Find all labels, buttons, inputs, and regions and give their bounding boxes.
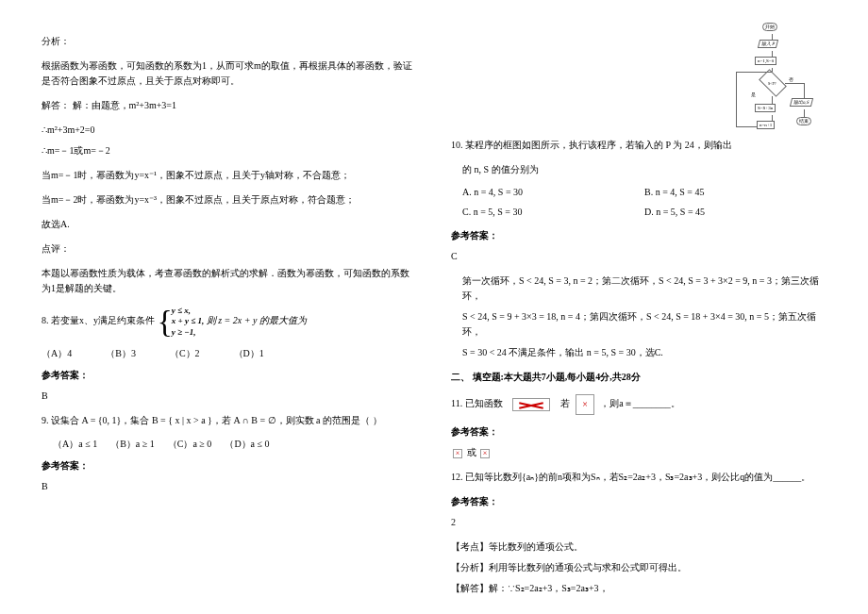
q8-stem: 8. 若变量x、y满足约束条件 { y ≤ x, x + y ≤ 1, y ≥ … (42, 306, 417, 338)
broken-image-icon (512, 398, 550, 411)
fc-start: 开始 (762, 23, 777, 31)
fc-init: n=1,S=0 (755, 57, 776, 65)
constraint-1: y ≤ x, (172, 306, 204, 316)
case-1: 当m=－1时，幂函数为y=x⁻¹，图象不过原点，且关于y轴对称，不合题意； (42, 168, 417, 183)
q10-opt-c: C. n = 5, S = 30 (462, 207, 644, 217)
q9-options: （A）a ≤ 1 （B）a ≥ 1 （C）a ≥ 0 （D）a ≤ 0 (42, 438, 417, 451)
fc-arrow (804, 109, 805, 117)
q12-ref-label: 参考答案： (451, 494, 826, 509)
q10-explain-3: S = 30 < 24 不满足条件，输出 n = 5, S = 30，选C. (451, 345, 826, 360)
q11-answer: × 或 × (451, 445, 826, 460)
q8-text-a: 8. 若变量x、y满足约束条件 (42, 315, 155, 325)
flowchart-diagram: 开始 输入 P n=1,S=0 S<P? 是 否 S=S+3n n=n+1 输出… (723, 23, 826, 145)
q8-opt-d: （D）1 (234, 347, 264, 360)
q9-answer: B (42, 479, 417, 494)
fc-step2: n=n+1 (757, 121, 775, 129)
q11-stem: 11. 已知函数 若 × ，则a＝________。 (451, 394, 826, 415)
q11-text-c: ，则a＝________。 (600, 398, 679, 408)
constraint-3: y ≥ −1, (172, 327, 204, 338)
review-heading: 点评： (42, 241, 417, 257)
q10-opt-b: B. n = 4, S = 45 (644, 187, 826, 197)
q10-options: A. n = 4, S = 30 B. n = 4, S = 45 C. n =… (462, 187, 826, 217)
fc-arrow (804, 83, 805, 98)
q11-text-b: 若 (560, 398, 570, 408)
q11-text-a: 11. 已知函数 (451, 398, 503, 408)
q8-answer: B (42, 389, 417, 404)
case-2: 当m=－2时，幂函数为y=x⁻³，图象不过原点，且关于原点对称，符合题意； (42, 192, 417, 207)
answer-so: 故选A. (42, 217, 417, 232)
q12-stem: 12. 已知等比数列{aₙ}的前n项和为Sₙ，若S₂=2a₂+3，S₃=2a₃+… (451, 470, 826, 485)
section-2-heading: 二、 填空题:本大题共7小题,每小题4分,共28分 (451, 370, 826, 385)
fc-arrow (772, 96, 773, 104)
q9-opt-d: （D）a ≤ 0 (225, 438, 269, 451)
q8-options: （A）4 （B）3 （C）2 （D）1 (42, 347, 417, 360)
q10-ref-label: 参考答案： (451, 228, 826, 243)
review-text: 本题以幂函数性质为载体，考查幂函数的解析式的求解．函数为幂函数，可知函数的系数为… (42, 266, 417, 296)
constraint-2: x + y ≤ 1, (172, 316, 204, 326)
q9-stem: 9. 设集合 A = {0, 1}，集合 B = { x | x > a }，若… (42, 413, 417, 428)
q8-opt-b: （B）3 (106, 347, 136, 360)
fc-yes-label: 是 (751, 92, 756, 97)
q8-opt-a: （A）4 (42, 347, 72, 360)
q10-explain-2: S < 24, S = 9 + 3×3 = 18, n = 4；第四次循环，S … (451, 309, 826, 340)
q9-opt-a: （A）a ≤ 1 (53, 438, 97, 451)
q12-jieda: 【解答】解：∵S₂=2a₂+3，S₃=2a₃+3， (451, 581, 826, 596)
fc-cond: S<P? (759, 69, 787, 97)
q10-answer: C (451, 249, 826, 264)
fc-no-label: 否 (789, 77, 793, 82)
q10-stem-b: 的 n, S 的值分别为 (451, 162, 826, 177)
q10-opt-a: A. n = 4, S = 30 (462, 187, 644, 197)
q8-text-c: 则 z = 2x + y 的最大值为 (207, 315, 307, 325)
fc-input: 输入 P (758, 40, 778, 48)
q12-fenxi: 【分析】利用等比数列的通项公式与求和公式即可得出。 (451, 560, 826, 575)
fc-output: 输出n,S (790, 98, 813, 107)
q8-opt-c: （C）2 (170, 347, 200, 360)
fc-arrow (757, 126, 758, 127)
q11-ref-label: 参考答案： (451, 424, 826, 440)
fc-step1: S=S+3n (755, 104, 776, 112)
q9-opt-b: （B）a ≥ 1 (110, 438, 155, 451)
q12-kaodian: 【考点】等比数列的通项公式。 (451, 539, 826, 555)
equation-1: ∴m²+3m+2=0 (42, 123, 417, 138)
broken-image-icon: × (453, 449, 462, 458)
fc-arrow (736, 72, 737, 126)
q8-ref-label: 参考答案： (42, 368, 417, 383)
right-column: 开始 输入 P n=1,S=0 S<P? 是 否 S=S+3n n=n+1 输出… (434, 0, 868, 614)
q10-explain-1: 第一次循环，S < 24, S = 3, n = 2；第二次循环，S < 24,… (451, 274, 826, 304)
q9-opt-c: （C）a ≥ 0 (168, 438, 212, 451)
broken-image-icon: × (480, 449, 490, 458)
solve-line: 解答： 解：由题意，m²+3m+3=1 (42, 98, 417, 113)
fc-arrow (736, 72, 772, 73)
fc-end: 结束 (796, 117, 811, 125)
analysis-text: 根据函数为幂函数，可知函数的系数为1，从而可求m的取值，再根据具体的幂函数，验证… (42, 58, 417, 89)
fc-arrow (736, 126, 757, 127)
left-column: 分析： 根据函数为幂函数，可知函数的系数为1，从而可求m的取值，再根据具体的幂函… (0, 0, 434, 614)
q9-ref-label: 参考答案： (42, 458, 417, 473)
constraint-group: { y ≤ x, x + y ≤ 1, y ≥ −1, (158, 306, 205, 338)
equation-2: ∴m=－1或m=－2 (42, 143, 417, 158)
broken-image-icon: × (576, 394, 594, 415)
analysis-heading: 分析： (42, 34, 417, 49)
brace-icon: { (158, 307, 173, 337)
q10-opt-d: D. n = 5, S = 45 (644, 207, 826, 217)
q12-answer: 2 (451, 515, 826, 530)
fc-arrow (785, 83, 804, 84)
